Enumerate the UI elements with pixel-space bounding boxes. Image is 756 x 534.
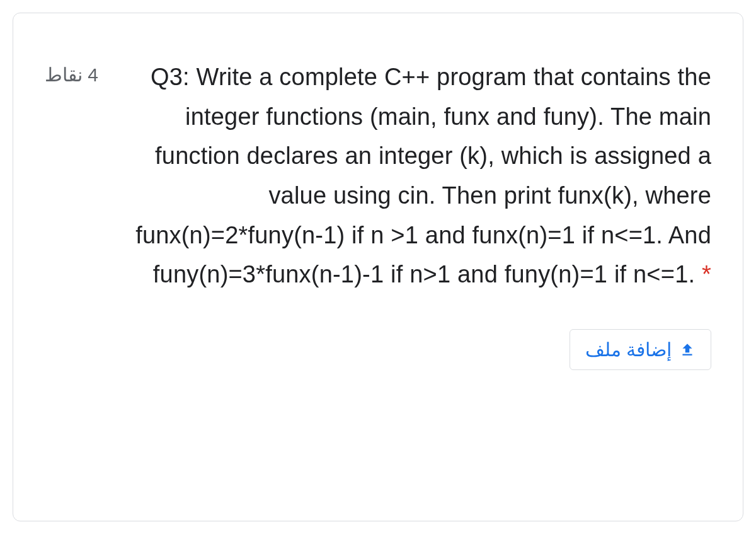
question-text: Q3: Write a complete C++ program that co… <box>111 38 711 294</box>
question-header: 4 نقاط Q3: Write a complete C++ program … <box>45 38 711 294</box>
upload-icon <box>679 342 696 358</box>
required-asterisk: * <box>695 261 711 287</box>
add-file-button[interactable]: إضافة ملف <box>570 329 711 370</box>
add-file-label: إضافة ملف <box>585 339 672 361</box>
points-badge: 4 نقاط <box>45 38 111 86</box>
question-card: 4 نقاط Q3: Write a complete C++ program … <box>13 13 743 521</box>
question-body: Q3: Write a complete C++ program that co… <box>135 64 711 287</box>
